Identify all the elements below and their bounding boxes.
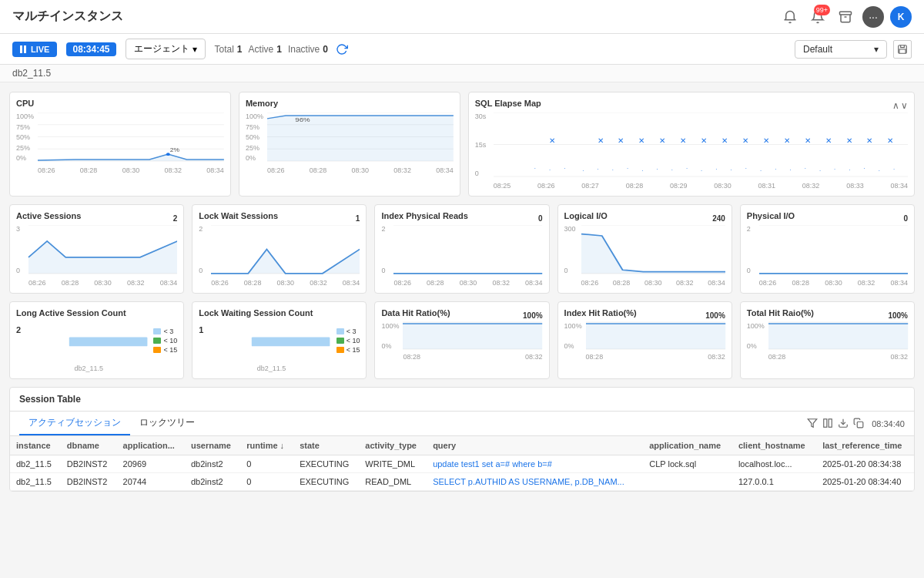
default-select-label: Default <box>803 44 832 55</box>
refresh-icon[interactable] <box>334 42 350 57</box>
stats-group: Total 1 Active 1 Inactive 0 <box>215 42 350 57</box>
cpu-x-labels: 08:26 08:28 08:30 08:32 08:34 <box>38 166 224 174</box>
page-title: マルチインスタンス <box>12 8 123 25</box>
total-label: Total <box>215 44 234 55</box>
sql-chart-inner: ✕ ✕ ✕ ✕ ✕ ✕ ✕ ✕ ✕ ✕ ✕ ✕ ✕ <box>494 113 908 177</box>
pause-button[interactable]: LIVE <box>12 42 57 57</box>
logical-io-title: Logical I/O <box>564 211 608 220</box>
session-section: Session Table アクティブセッション ロックツリー <box>9 387 915 492</box>
announcement-icon[interactable] <box>779 6 801 28</box>
notification-icon[interactable]: 99+ <box>807 6 829 28</box>
toolbar: LIVE 08:34:45 エージェント ▾ Total 1 Active 1 … <box>0 34 924 65</box>
pause-icon <box>20 45 28 53</box>
svg-text:·: · <box>834 166 835 173</box>
memory-chart-inner: 96% <box>267 113 454 162</box>
col-client-hostname: client_hostname <box>732 436 816 455</box>
filter-icon[interactable] <box>807 418 818 430</box>
logical-io-card: Logical I/O 240 300 0 08:26 <box>557 204 732 294</box>
svg-text:·: · <box>879 167 880 174</box>
svg-text:·: · <box>671 166 672 173</box>
toolbar-right: Default ▾ <box>795 40 912 59</box>
cell-query[interactable]: update test1 set a=# where b=# <box>427 455 643 473</box>
total-hit-card: Total Hit Raio(%) 100% 100% 0% <box>740 301 915 379</box>
chart-row-1: CPU 100% 75% 50% 25% 0% <box>9 92 915 197</box>
sql-y-labels: 30s 15s 0 <box>475 113 494 177</box>
long-active-legend: < 3 < 10 < 15 <box>153 308 177 372</box>
instance-label: db2_11.5 <box>0 65 924 82</box>
lock-wait-title: Lock Wait Sessions <box>199 211 278 220</box>
svg-text:·: · <box>745 165 747 172</box>
inactive-stat: Inactive 0 <box>288 44 328 55</box>
col-state: state <box>293 436 359 455</box>
memory-chart-area: 100% 75% 50% 25% 0% 96% <box>246 113 454 174</box>
table-row[interactable]: db2_11.5 DB2INST2 20744 db2inst2 0 EXECU… <box>10 473 914 491</box>
index-physical-card: Index Physical Reads 0 2 0 08 <box>374 204 549 294</box>
active-sessions-peak: 2 <box>173 214 178 223</box>
data-hit-peak: 100% <box>523 311 543 320</box>
avatar[interactable]: K <box>890 6 912 28</box>
svg-text:·: · <box>760 167 762 174</box>
logical-io-peak: 240 <box>712 214 725 223</box>
cell-username: db2inst2 <box>185 473 240 491</box>
sql-elapse-title: SQL Elapse Map <box>475 99 541 108</box>
cell-dbname: DB2INST2 <box>61 455 117 473</box>
table-row[interactable]: db2_11.5 DB2INST2 20969 db2inst2 0 EXECU… <box>10 455 914 473</box>
cell-username: db2inst2 <box>185 455 240 473</box>
svg-text:·: · <box>701 167 702 174</box>
sql-elapse-area: 30s 15s 0 ✕ ✕ ✕ ✕ <box>475 113 908 190</box>
active-label: Active <box>249 44 274 55</box>
cell-runtime: 0 <box>240 455 293 473</box>
cpu-chart-card: CPU 100% 75% 50% 25% 0% <box>9 92 231 197</box>
svg-text:✕: ✕ <box>721 136 728 144</box>
svg-text:·: · <box>789 166 791 173</box>
svg-rect-71 <box>252 338 330 347</box>
expand-icon: ∧ <box>892 100 899 111</box>
svg-text:·: · <box>804 165 805 172</box>
active-value: 1 <box>276 44 282 55</box>
columns-icon[interactable] <box>822 418 833 430</box>
cell-application: 20744 <box>117 473 185 491</box>
agent-label: エージェント <box>134 42 189 55</box>
svg-text:✕: ✕ <box>887 136 893 144</box>
cpu-svg: 2% <box>38 113 224 162</box>
cell-instance: db2_11.5 <box>10 473 61 491</box>
svg-text:✕: ✕ <box>659 136 665 144</box>
session-tabs: アクティブセッション ロックツリー 08:34:40 <box>10 412 914 436</box>
long-active-x-label: db2_11.5 <box>30 365 147 372</box>
copy-icon[interactable] <box>853 418 864 430</box>
total-hit-title: Total Hit Raio(%) <box>747 308 814 318</box>
save-layout-icon[interactable] <box>893 40 912 59</box>
archive-icon[interactable] <box>835 6 856 28</box>
active-sessions-title: Active Sessions <box>16 211 81 220</box>
scatter-dots: ✕ ✕ ✕ ✕ ✕ ✕ ✕ ✕ ✕ ✕ ✕ ✕ ✕ <box>534 136 895 174</box>
session-table-title: Session Table <box>10 388 914 412</box>
index-physical-area: 2 0 08:26 08:28 08:30 08:32 08 <box>381 225 542 287</box>
svg-text:·: · <box>863 165 865 172</box>
svg-text:·: · <box>564 165 565 172</box>
svg-text:✕: ✕ <box>618 136 624 144</box>
memory-title: Memory <box>246 99 454 108</box>
index-hit-area: 100% 0% 08:28 08:32 <box>564 322 725 361</box>
svg-text:·: · <box>686 165 688 172</box>
lock-waiting-count-card: Lock Waiting Session Count 1 db2_11.5 <box>192 301 367 379</box>
download-icon[interactable] <box>838 418 849 430</box>
live-label: LIVE <box>31 45 49 54</box>
lock-waiting-legend: < 3 < 10 < 15 <box>336 308 360 372</box>
cpu-chart-area: 100% 75% 50% 25% 0% <box>16 113 224 174</box>
tab-lock-tree[interactable]: ロックツリー <box>130 412 204 435</box>
collapse-btns[interactable]: ∧ ∨ <box>892 100 908 111</box>
index-physical-peak: 0 <box>538 214 543 223</box>
col-query: query <box>427 436 643 455</box>
chart-row-3: Long Active Session Count 2 db2_11.5 <box>9 301 915 379</box>
lock-waiting-value: 1 <box>199 325 203 334</box>
agent-dropdown[interactable]: エージェント ▾ <box>126 39 206 59</box>
svg-text:·: · <box>819 167 821 174</box>
default-select[interactable]: Default ▾ <box>795 40 887 59</box>
index-hit-title: Index Hit Ratio(%) <box>564 308 637 318</box>
sql-svg: ✕ ✕ ✕ ✕ ✕ ✕ ✕ ✕ ✕ ✕ ✕ ✕ ✕ <box>494 113 908 177</box>
svg-text:✕: ✕ <box>638 136 644 144</box>
tab-active-sessions[interactable]: アクティブセッション <box>19 412 130 435</box>
cell-query[interactable]: SELECT p.AUTHID AS USERNAME, p.DB_NAM... <box>427 473 643 491</box>
physical-io-title: Physical I/O <box>747 211 795 220</box>
more-menu-btn[interactable]: ··· <box>862 6 884 28</box>
